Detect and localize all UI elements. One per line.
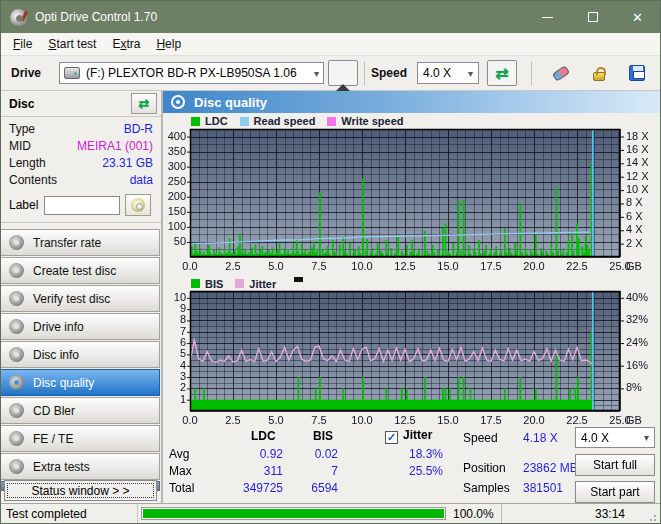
speed-label: Speed bbox=[371, 66, 407, 80]
sidebar-item-verify-test-disc[interactable]: Verify test disc bbox=[1, 285, 160, 312]
disc-field-value: BD-R bbox=[124, 122, 153, 137]
legend-swatch-write-speed bbox=[327, 117, 336, 126]
position-stat-label: Position bbox=[463, 461, 506, 475]
disc-field-label: MID bbox=[9, 139, 31, 154]
eject-button[interactable] bbox=[328, 60, 358, 86]
test-speed-value: 4.0 X bbox=[581, 431, 609, 445]
refresh-button[interactable]: ⇄ bbox=[487, 60, 517, 86]
sidebar-item-transfer-rate[interactable]: Transfer rate bbox=[1, 229, 160, 256]
speed-stat-value: 4.18 X bbox=[523, 431, 558, 445]
menu-item-start-test[interactable]: Start test bbox=[40, 34, 104, 54]
disc-field-label: Contents bbox=[9, 173, 57, 188]
maximize-button[interactable] bbox=[570, 1, 615, 33]
disc-field-label: Length bbox=[9, 156, 46, 171]
bis-jitter-chart bbox=[163, 289, 660, 429]
menu-item-help[interactable]: Help bbox=[148, 34, 189, 54]
close-button[interactable]: ✕ bbox=[615, 1, 660, 33]
sidebar-item-disc-info[interactable]: Disc info bbox=[1, 341, 160, 368]
disc-quality-panel: Disc quality LDCRead speedWrite speed BI… bbox=[162, 91, 661, 505]
save-button[interactable] bbox=[622, 60, 652, 86]
sidebar-item-label: Extra tests bbox=[33, 460, 90, 474]
speed-select-value: 4.0 X bbox=[423, 66, 451, 80]
stats-total-value: 6594 bbox=[288, 481, 338, 495]
toolbar: Drive (F:) PLEXTOR BD-R PX-LB950SA 1.06 … bbox=[1, 56, 660, 91]
drive-label: Drive bbox=[11, 66, 41, 80]
disc-field-value: MEIRA1 (001) bbox=[77, 139, 153, 154]
jitter-marker bbox=[294, 277, 303, 282]
stats-total-value: 349725 bbox=[213, 481, 283, 495]
disc-icon bbox=[9, 263, 24, 278]
options-button[interactable] bbox=[584, 60, 614, 86]
chevron-down-icon: ▾ bbox=[644, 432, 649, 443]
menubar: FileStart testExtraHelp bbox=[1, 33, 660, 56]
legend-swatch-read-speed bbox=[240, 117, 249, 126]
start-part-button[interactable]: Start part bbox=[575, 481, 655, 503]
sidebar-item-fe-te[interactable]: FE / TE bbox=[1, 425, 160, 452]
sidebar-item-drive-info[interactable]: Drive info bbox=[1, 313, 160, 340]
sidebar-item-label: Create test disc bbox=[33, 264, 116, 278]
stats-avg-value: 0.02 bbox=[288, 447, 338, 461]
disc-field-label: Type bbox=[9, 122, 35, 137]
drive-icon bbox=[64, 67, 80, 79]
stats-avg-value: 18.3% bbox=[388, 447, 443, 461]
eraser-icon bbox=[552, 65, 570, 82]
stats-max-value: 311 bbox=[213, 464, 283, 478]
erase-disc-button[interactable] bbox=[546, 60, 576, 86]
sidebar-item-disc-quality[interactable]: Disc quality bbox=[1, 369, 160, 396]
elapsed-time: 33:14 bbox=[502, 507, 637, 521]
speed-select[interactable]: 4.0 X ▾ bbox=[417, 62, 479, 84]
sidebar-item-cd-bler[interactable]: CD Bler bbox=[1, 397, 160, 424]
write-label-button[interactable] bbox=[125, 194, 151, 216]
disc-label-input[interactable] bbox=[44, 196, 120, 215]
ldc-speed-chart bbox=[163, 127, 660, 275]
disc-icon bbox=[9, 319, 24, 334]
window-title: Opti Drive Control 1.70 bbox=[35, 10, 157, 24]
jitter-checkbox-row: ✓Jitter bbox=[385, 428, 432, 444]
legend-label: Jitter bbox=[249, 278, 276, 290]
legend-label: BIS bbox=[205, 278, 223, 290]
save-icon bbox=[629, 65, 645, 81]
menu-item-extra[interactable]: Extra bbox=[104, 34, 148, 54]
chevron-down-icon: ▾ bbox=[468, 68, 473, 79]
disc-field-value: data bbox=[130, 173, 153, 188]
disc-icon bbox=[9, 291, 24, 306]
sidebar: Disc ⇄ TypeBD-RMIDMEIRA1 (001)Length23.3… bbox=[1, 91, 162, 505]
eject-icon bbox=[336, 67, 350, 79]
stats-total-label: Total bbox=[169, 481, 194, 495]
status-window-button[interactable]: Status window > > bbox=[4, 480, 157, 501]
statusbar: Test completed 100.0% 33:14 bbox=[1, 503, 660, 523]
resize-grip[interactable] bbox=[649, 512, 659, 522]
disc-refresh-button[interactable]: ⇄ bbox=[131, 93, 157, 114]
legend-swatch-ldc bbox=[191, 117, 200, 126]
disc-field-length: Length23.31 GB bbox=[1, 155, 161, 172]
stats-avg-value: 0.92 bbox=[213, 447, 283, 461]
stats-area: LDC BIS ✓Jitter Avg0.920.0218.3%Max31172… bbox=[163, 425, 661, 505]
legend-swatch-bis bbox=[191, 279, 200, 288]
disc-field-type: TypeBD-R bbox=[1, 121, 161, 138]
stats-avg-label: Avg bbox=[169, 447, 189, 461]
sidebar-item-extra-tests[interactable]: Extra tests bbox=[1, 453, 160, 480]
sidebar-item-create-test-disc[interactable]: Create test disc bbox=[1, 257, 160, 284]
drive-select-value: (F:) PLEXTOR BD-R PX-LB950SA 1.06 bbox=[86, 66, 297, 80]
disc-icon bbox=[9, 375, 24, 390]
legend-swatch-jitter bbox=[235, 279, 244, 288]
start-full-button[interactable]: Start full bbox=[575, 454, 655, 476]
menu-item-file[interactable]: File bbox=[5, 34, 40, 54]
sidebar-item-label: Drive info bbox=[33, 320, 84, 334]
disc-label-caption: Label bbox=[9, 198, 38, 212]
disc-panel-title: Disc bbox=[9, 97, 34, 111]
sidebar-item-label: Transfer rate bbox=[33, 236, 101, 250]
sidebar-item-label: CD Bler bbox=[33, 404, 75, 418]
disc-fields: TypeBD-RMIDMEIRA1 (001)Length23.31 GBCon… bbox=[1, 117, 161, 191]
drive-select[interactable]: (F:) PLEXTOR BD-R PX-LB950SA 1.06 ▾ bbox=[59, 62, 324, 84]
sidebar-item-label: FE / TE bbox=[33, 432, 73, 446]
sidebar-item-label: Disc quality bbox=[33, 376, 94, 390]
stats-col-bis: BIS bbox=[313, 429, 333, 443]
stats-max-label: Max bbox=[169, 464, 192, 478]
test-speed-select[interactable]: 4.0 X ▾ bbox=[575, 427, 655, 448]
jitter-checkbox[interactable]: ✓ bbox=[385, 431, 398, 444]
samples-stat-value: 381501 bbox=[523, 481, 563, 495]
minimize-button[interactable] bbox=[525, 1, 570, 33]
panel-title: Disc quality bbox=[194, 95, 267, 110]
legend-label: Read speed bbox=[254, 115, 316, 127]
